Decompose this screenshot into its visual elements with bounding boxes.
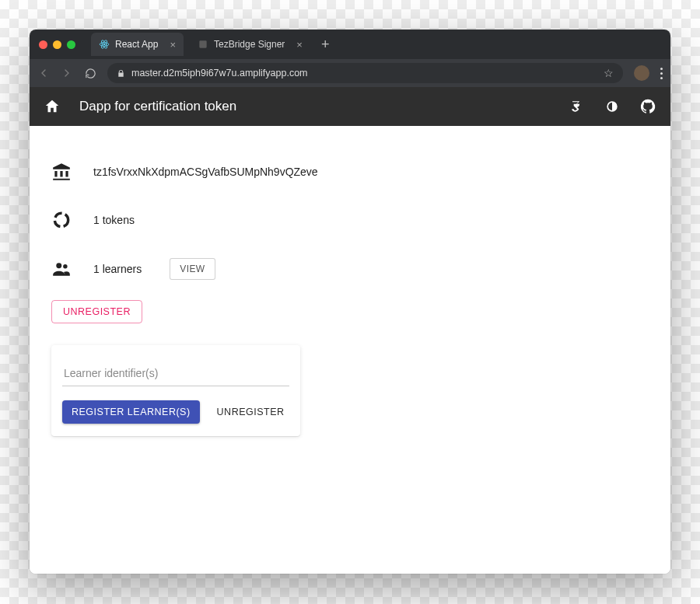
window-controls	[39, 40, 75, 49]
new-tab-button[interactable]: +	[317, 37, 334, 51]
browser-window: React App × TezBridge Signer × + master.…	[30, 30, 670, 574]
account-row: tz1fsVrxxNkXdpmACSgVafbSUMpNh9vQZeve	[51, 148, 649, 196]
maximize-window-button[interactable]	[67, 40, 75, 49]
account-address: tz1fsVrxxNkXdpmACSgVafbSUMpNh9vQZeve	[93, 166, 318, 178]
svg-point-5	[54, 213, 68, 226]
svg-rect-4	[199, 40, 206, 47]
app-title: Dapp for certification token	[79, 99, 236, 114]
lock-icon	[117, 69, 125, 78]
bookmark-icon[interactable]: ☆	[604, 67, 614, 79]
tab-bar: React App × TezBridge Signer × +	[30, 30, 670, 59]
learners-row: 1 learners VIEW	[51, 244, 649, 294]
close-tab-icon[interactable]: ×	[296, 40, 303, 50]
url-text: master.d2m5iph9i67w7u.amplifyapp.com	[131, 68, 308, 79]
content-area: tz1fsVrxxNkXdpmACSgVafbSUMpNh9vQZeve 1 t…	[30, 126, 670, 574]
svg-point-0	[103, 44, 105, 45]
unregister-outline-button[interactable]: UNREGISTER	[51, 300, 142, 323]
close-tab-icon[interactable]: ×	[170, 40, 176, 50]
view-button[interactable]: VIEW	[170, 258, 215, 280]
profile-avatar[interactable]	[634, 65, 649, 81]
reload-button[interactable]	[84, 67, 96, 79]
card-actions: REGISTER LEARNER(S) UNREGISTER	[62, 400, 289, 424]
minimize-window-button[interactable]	[53, 40, 61, 49]
tezbridge-icon	[198, 39, 208, 50]
tezos-icon[interactable]	[568, 98, 585, 115]
github-icon[interactable]	[639, 98, 656, 115]
tokens-count: 1 tokens	[93, 214, 135, 226]
close-window-button[interactable]	[39, 40, 47, 49]
theme-toggle-icon[interactable]	[604, 98, 621, 115]
tokens-row: 1 tokens	[51, 196, 649, 244]
forward-button[interactable]	[61, 67, 73, 79]
tab-react-app[interactable]: React App ×	[91, 33, 184, 56]
back-button[interactable]	[37, 67, 50, 79]
browser-menu-button[interactable]	[660, 68, 663, 79]
tab-label: React App	[115, 39, 158, 50]
svg-point-7	[63, 264, 67, 268]
learners-count: 1 learners	[93, 263, 142, 275]
svg-point-6	[56, 263, 61, 268]
address-bar[interactable]: master.d2m5iph9i67w7u.amplifyapp.com ☆	[107, 63, 623, 83]
learner-input[interactable]	[62, 361, 289, 386]
learner-field	[62, 361, 289, 386]
home-icon[interactable]	[44, 98, 61, 115]
tab-tezbridge[interactable]: TezBridge Signer ×	[190, 33, 310, 56]
register-learners-button[interactable]: REGISTER LEARNER(S)	[62, 400, 200, 424]
unregister-flat-button[interactable]: UNREGISTER	[212, 400, 289, 424]
register-card: REGISTER LEARNER(S) UNREGISTER	[51, 345, 300, 436]
react-icon	[99, 39, 110, 50]
tab-label: TezBridge Signer	[214, 39, 285, 50]
learners-icon	[51, 259, 72, 279]
app-bar: Dapp for certification token	[30, 87, 670, 126]
institution-icon	[51, 162, 72, 182]
url-bar: master.d2m5iph9i67w7u.amplifyapp.com ☆	[30, 59, 670, 87]
token-icon	[51, 210, 72, 230]
